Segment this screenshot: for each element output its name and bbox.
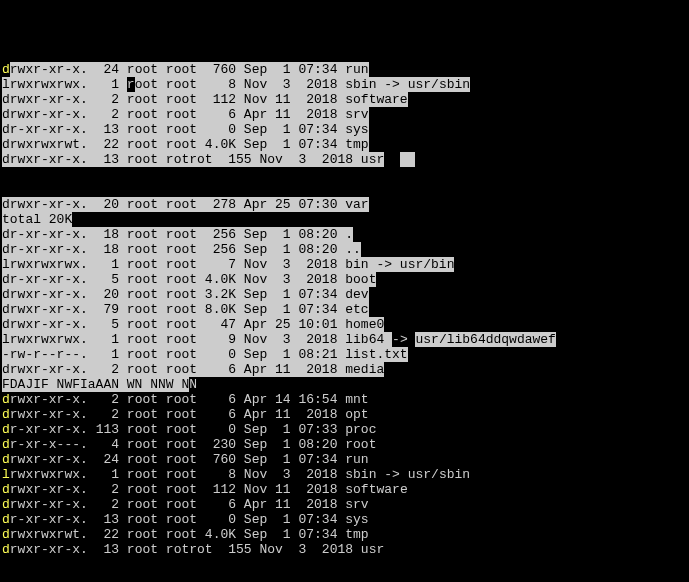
terminal-line: drwxr-xr-x. 13 root rotrot 155 Nov 3 201… bbox=[2, 542, 687, 557]
terminal-line: drwxr-xr-x. 2 root root 6 Apr 14 16:54 m… bbox=[2, 392, 687, 407]
terminal-line: lrwxrwxrwx. 1 root root 8 Nov 3 2018 sbi… bbox=[2, 467, 687, 482]
terminal-line: dr-xr-xr-x. 13 root root 0 Sep 1 07:34 s… bbox=[2, 512, 687, 527]
terminal-line: drwxr-xr-x. 2 root root 112 Nov 11 2018 … bbox=[2, 482, 687, 497]
terminal-line: drwxr-xr-x. 24 root root 760 Sep 1 07:34… bbox=[2, 62, 687, 77]
terminal-line: drwxr-xr-x. 2 root root 6 Apr 11 2018 sr… bbox=[2, 107, 687, 122]
terminal-line bbox=[2, 182, 687, 197]
terminal-line: lrwxrwxrwx. 1 root root 9 Nov 3 2018 lib… bbox=[2, 332, 687, 347]
terminal-line: drwxr-xr-x. 20 root root 3.2K Sep 1 07:3… bbox=[2, 287, 687, 302]
terminal-line: drwxr-xr-x. 20 root root 278 Apr 25 07:3… bbox=[2, 197, 687, 212]
terminal-line: drwxr-xr-x. 2 root root 6 Apr 11 2018 sr… bbox=[2, 497, 687, 512]
terminal-line bbox=[2, 572, 687, 582]
terminal-output[interactable]: drwxr-xr-x. 24 root root 760 Sep 1 07:34… bbox=[2, 62, 687, 582]
terminal-line: total 20K bbox=[2, 212, 687, 227]
terminal-line: lrwxrwxrwx. 1 root root 8 Nov 3 2018 sbi… bbox=[2, 77, 687, 92]
terminal-line: drwxr-xr-x. 24 root root 760 Sep 1 07:34… bbox=[2, 452, 687, 467]
terminal-line: lrwxrwxrwx. 1 root root 7 Nov 3 2018 bin… bbox=[2, 257, 687, 272]
terminal-line: drwxr-xr-x. 79 root root 8.0K Sep 1 07:3… bbox=[2, 302, 687, 317]
terminal-line: dr-xr-xr-x. 18 root root 256 Sep 1 08:20… bbox=[2, 227, 687, 242]
terminal-line: drwxrwxrwt. 22 root root 4.0K Sep 1 07:3… bbox=[2, 527, 687, 542]
terminal-line: dr-xr-x---. 4 root root 230 Sep 1 08:20 … bbox=[2, 437, 687, 452]
terminal-line: dr-xr-xr-x. 18 root root 256 Sep 1 08:20… bbox=[2, 242, 687, 257]
terminal-line bbox=[2, 557, 687, 572]
terminal-line: drwxr-xr-x. 13 root rotrot 155 Nov 3 201… bbox=[2, 152, 687, 167]
terminal-line: drwxr-xr-x. 2 root root 6 Apr 11 2018 me… bbox=[2, 362, 687, 377]
terminal-line: -rw-r--r--. 1 root root 0 Sep 1 08:21 li… bbox=[2, 347, 687, 362]
terminal-line: dr-xr-xr-x. 113 root root 0 Sep 1 07:33 … bbox=[2, 422, 687, 437]
terminal-line: drwxr-xr-x. 2 root root 112 Nov 11 2018 … bbox=[2, 92, 687, 107]
terminal-line: drwxr-xr-x. 2 root root 6 Apr 11 2018 op… bbox=[2, 407, 687, 422]
terminal-line: dr-xr-xr-x. 13 root root 0 Sep 1 07:34 s… bbox=[2, 122, 687, 137]
terminal-line bbox=[2, 167, 687, 182]
terminal-line: dr-xr-xr-x. 5 root root 4.0K Nov 3 2018 … bbox=[2, 272, 687, 287]
terminal-line: drwxr-xr-x. 5 root root 47 Apr 25 10:01 … bbox=[2, 317, 687, 332]
terminal-line: drwxrwxrwt. 22 root root 4.0K Sep 1 07:3… bbox=[2, 137, 687, 152]
terminal-line: FDAJIF NWFIaAAN WN NNW NN bbox=[2, 377, 687, 392]
